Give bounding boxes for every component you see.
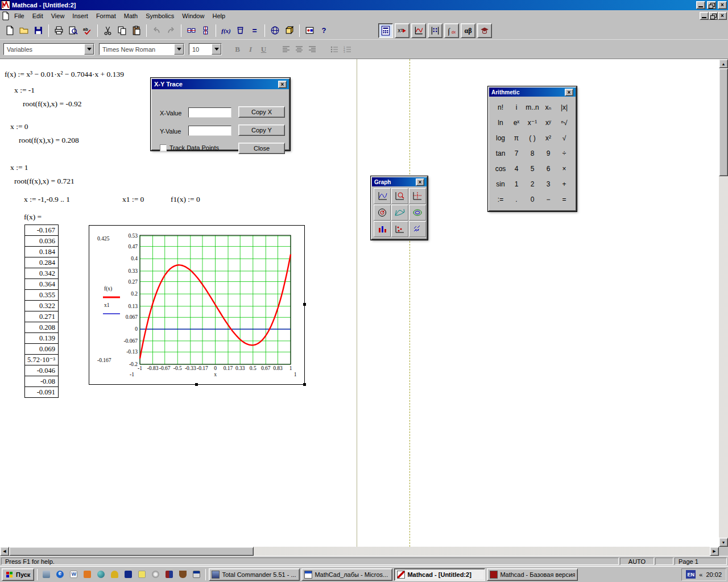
menu-format[interactable]: Format xyxy=(92,11,120,21)
arithmetic-key[interactable]: i xyxy=(508,99,524,115)
arithmetic-key[interactable]: m..n xyxy=(524,99,540,115)
arithmetic-key[interactable]: eˣ xyxy=(508,115,524,130)
arithmetic-key[interactable]: + xyxy=(556,176,572,192)
arithmetic-palette-title-bar[interactable]: Arithmetic× xyxy=(489,88,576,97)
numbered-list-button[interactable]: 123 xyxy=(341,43,354,56)
arithmetic-key[interactable]: sin xyxy=(493,176,508,192)
menu-insert[interactable]: Insert xyxy=(68,11,92,21)
tray-chevron[interactable]: « xyxy=(699,571,702,578)
vector-field-button[interactable] xyxy=(409,221,426,237)
graph-region[interactable]: -1-0.83-0.67-0.5-0.33-0.1700.170.330.50.… xyxy=(89,225,305,385)
result-table[interactable]: -0.1670.0360.1840.2840.3420.3640.3550.32… xyxy=(24,225,59,398)
arithmetic-key[interactable]: 2 xyxy=(524,176,540,192)
arithmetic-key[interactable]: 5 xyxy=(524,161,540,176)
align-center-button[interactable] xyxy=(292,43,305,56)
underline-button[interactable]: U xyxy=(257,43,270,56)
scroll-left-button[interactable]: ◀ xyxy=(0,547,9,556)
surface-plot-button[interactable] xyxy=(391,205,408,221)
track-data-points-checkbox[interactable] xyxy=(160,144,167,151)
arithmetic-key[interactable]: 9 xyxy=(540,146,556,161)
redo-button[interactable] xyxy=(164,23,178,38)
chevron-down-icon[interactable] xyxy=(84,44,94,55)
quicklaunch-books-icon[interactable] xyxy=(163,568,175,580)
scatter-3d-button[interactable] xyxy=(391,221,408,237)
scroll-right-button[interactable]: ▶ xyxy=(710,547,719,556)
worksheet-system-icon[interactable] xyxy=(1,11,10,20)
graph-palette-title-bar[interactable]: Graph× xyxy=(372,177,427,186)
align-down-button[interactable] xyxy=(198,23,213,38)
taskbar-task[interactable]: Mathcad - Базовая версия xyxy=(487,568,578,581)
expression-root-2[interactable]: root(f(x),x) = 0.208 xyxy=(19,136,79,145)
paste-button[interactable] xyxy=(129,23,143,38)
copy-y-button[interactable]: Copy Y xyxy=(238,124,285,136)
child-minimize-button[interactable] xyxy=(700,12,709,20)
mathcad-app-icon[interactable] xyxy=(1,1,10,10)
arithmetic-palette-button[interactable] xyxy=(378,23,393,38)
arithmetic-key[interactable]: − xyxy=(540,192,556,207)
quicklaunch-window-icon[interactable] xyxy=(191,568,202,580)
arithmetic-key[interactable]: 3 xyxy=(540,176,556,192)
cut-button[interactable] xyxy=(101,23,115,38)
vertical-scrollbar[interactable]: ▲ ▼ xyxy=(719,59,728,547)
arithmetic-key[interactable]: 1 xyxy=(508,176,524,192)
horizontal-scrollbar[interactable]: ◀ ▶ xyxy=(0,547,719,556)
print-preview-button[interactable] xyxy=(66,23,80,38)
symbolic-palette-button[interactable] xyxy=(477,23,492,38)
open-button[interactable] xyxy=(17,23,31,38)
vertical-scroll-thumb[interactable] xyxy=(719,68,728,176)
align-across-button[interactable] xyxy=(184,23,198,38)
arithmetic-key[interactable]: π xyxy=(508,130,524,146)
child-restore-button[interactable] xyxy=(709,12,718,20)
arithmetic-key[interactable]: ln xyxy=(493,115,508,130)
minimize-button[interactable] xyxy=(696,1,705,9)
taskbar-task[interactable]: Total Commander 5.51 - ... xyxy=(209,568,300,581)
close-icon[interactable]: × xyxy=(565,89,573,96)
quicklaunch-internet-explorer-icon[interactable] xyxy=(54,568,66,580)
taskbar-task[interactable]: Mathcad - [Untitled:2] xyxy=(394,568,485,581)
child-close-button[interactable]: × xyxy=(718,12,727,20)
menu-file[interactable]: File xyxy=(10,11,28,21)
spell-check-button[interactable]: ab xyxy=(80,23,94,38)
expression-guess-3[interactable]: x := 1 xyxy=(10,163,28,172)
save-button[interactable] xyxy=(31,23,46,38)
arithmetic-key[interactable]: 7 xyxy=(508,146,524,161)
arithmetic-key[interactable]: cos xyxy=(493,161,508,176)
arithmetic-key[interactable]: tan xyxy=(493,146,508,161)
resize-handle-bottom[interactable] xyxy=(195,383,198,386)
x-value-input[interactable] xyxy=(188,107,231,118)
quicklaunch-key-icon[interactable] xyxy=(109,568,121,580)
greek-palette-button[interactable]: αβ xyxy=(461,23,475,38)
menu-math[interactable]: Math xyxy=(120,11,142,21)
arithmetic-key[interactable]: 4 xyxy=(508,161,524,176)
menu-symbolics[interactable]: Symbolics xyxy=(142,11,178,21)
scroll-up-button[interactable]: ▲ xyxy=(719,59,728,68)
menu-edit[interactable]: Edit xyxy=(28,11,47,21)
quicklaunch-my-computer-icon[interactable] xyxy=(40,568,52,580)
insert-component-button[interactable] xyxy=(282,23,296,38)
arithmetic-key[interactable]: ( ) xyxy=(524,130,540,146)
arithmetic-key[interactable]: = xyxy=(556,192,572,207)
expression-root-1[interactable]: root(f(x),x) = -0.92 xyxy=(23,99,82,109)
graph-palette-button[interactable] xyxy=(411,23,426,38)
xy-plot-button[interactable] xyxy=(374,188,391,204)
arithmetic-palette[interactable]: Arithmetic× n!im..nxₙ|x|lneˣx⁻¹xʸⁿ√logπ(… xyxy=(488,86,577,211)
arithmetic-key[interactable]: 6 xyxy=(540,161,556,176)
matrix-palette-button[interactable] xyxy=(428,23,442,38)
arithmetic-key[interactable]: xₙ xyxy=(540,99,556,115)
bar-3d-button[interactable] xyxy=(374,221,391,237)
arithmetic-key[interactable]: xʸ xyxy=(540,115,556,130)
insert-unit-button[interactable] xyxy=(233,23,247,38)
polar-plot-button[interactable] xyxy=(374,205,391,221)
horizontal-scroll-thumb[interactable] xyxy=(9,547,254,556)
scroll-down-button[interactable]: ▼ xyxy=(719,538,728,547)
zoom-button[interactable] xyxy=(391,188,408,204)
expression-guess-1[interactable]: x := -1 xyxy=(14,86,35,95)
trace-button[interactable] xyxy=(409,188,426,204)
expression-guess-2[interactable]: x := 0 xyxy=(10,122,28,131)
menu-help[interactable]: Help xyxy=(208,11,229,21)
insert-hyperlink-button[interactable] xyxy=(268,23,282,38)
close-dialog-button[interactable]: Close xyxy=(238,143,285,154)
start-button[interactable]: Пуск xyxy=(2,568,34,581)
bullet-list-button[interactable] xyxy=(328,43,341,56)
italic-button[interactable]: I xyxy=(244,43,257,56)
